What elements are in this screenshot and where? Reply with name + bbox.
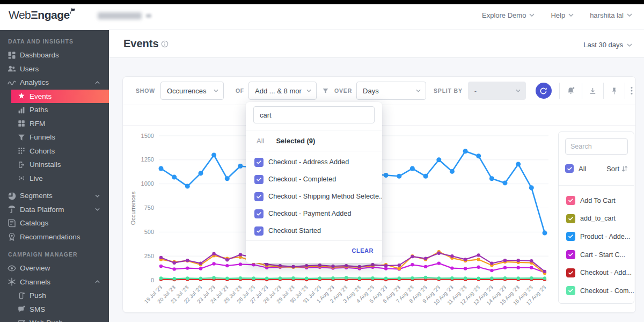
date-range-selector[interactable]: Last 30 days [583, 41, 632, 49]
sidebar-section-data-and-insights: DATA AND INSIGHTS [0, 30, 109, 48]
chevron-down-icon [214, 89, 218, 92]
series-checkbox[interactable] [566, 232, 575, 241]
sidebar-section-campaign-manager: CAMPAIGN MANAGER [0, 244, 109, 261]
sidebar-item-cohorts[interactable]: Cohorts [0, 144, 109, 158]
webengage-logo: WebΞngage [9, 9, 70, 21]
topbar: WebΞngage Explore DemoHelpharshita lal [0, 0, 644, 30]
info-icon[interactable] [161, 40, 169, 50]
event-select-dropdown: All Selected (9) Checkout - Address Adde… [246, 102, 382, 263]
page-header: Events Last 30 days [109, 30, 644, 58]
legend-item-cart-start-c[interactable]: Cart - Start C... [559, 246, 634, 264]
filter-icon[interactable] [322, 87, 329, 94]
sidebar-item-segments[interactable]: Segments [0, 189, 109, 203]
topnav-harshita-lal[interactable]: harshita lal [590, 11, 632, 19]
event-options: Checkout - Address AddedCheckout - Compl… [246, 153, 382, 239]
sidebar-item-overview[interactable]: Overview [0, 261, 109, 275]
sidebar-item-dashboards[interactable]: Dashboards [0, 48, 109, 62]
logo-flag-icon [69, 4, 77, 17]
users-icon [8, 64, 16, 73]
topnav-explore-demo[interactable]: Explore Demo [482, 11, 535, 19]
events-icon [18, 92, 25, 100]
checkbox-checked[interactable] [254, 226, 264, 236]
of-label: OF [236, 87, 244, 94]
checkbox-checked[interactable] [254, 158, 264, 167]
clear-button[interactable]: CLEAR [352, 247, 374, 254]
sidebar-item-data-platform[interactable]: Data Platform [0, 203, 109, 217]
project-selector-chevron [146, 14, 151, 18]
legend-item-product-adde[interactable]: Product - Adde... [559, 228, 634, 246]
checkbox-checked[interactable] [254, 209, 264, 218]
pin-icon[interactable] [610, 87, 618, 95]
chevron-down-icon [516, 89, 521, 92]
over-select[interactable]: Days [356, 82, 426, 100]
legend-search-input[interactable] [565, 138, 628, 155]
sidebar-item-catalogs[interactable]: Catalogs [0, 216, 109, 230]
show-label: SHOW [136, 87, 155, 94]
sidebar-item-recommendations[interactable]: Recommendations [0, 230, 109, 244]
legend-divider [559, 185, 634, 186]
chevron-down-icon [416, 89, 421, 92]
sidebar-item-rfm[interactable]: RFM [0, 117, 109, 131]
series-legend-panel: All Sort Add To Cartadd_to_cartProduct -… [558, 131, 634, 304]
events-select[interactable]: Add ... & 8 mor [248, 82, 317, 100]
push-icon [18, 292, 25, 299]
alerts-icon[interactable] [566, 86, 575, 96]
more-options-icon[interactable] [631, 86, 633, 95]
tab-all[interactable]: All [257, 137, 264, 145]
sidebar-item-analytics[interactable]: Analytics [0, 76, 109, 90]
rfm-icon [18, 120, 25, 127]
sidebar-item-web-push[interactable]: Web Push [0, 316, 109, 322]
event-option-checkout-payment-added[interactable]: Checkout - Payment Added [246, 205, 382, 222]
refresh-button[interactable] [536, 83, 552, 99]
dashboards-icon [8, 51, 16, 60]
checkbox-checked[interactable] [254, 175, 264, 184]
series-checkbox[interactable] [566, 196, 575, 205]
sms-icon [18, 305, 25, 313]
sidebar-item-funnels[interactable]: Funnels [0, 130, 109, 144]
channels-icon [8, 277, 16, 286]
tab-selected[interactable]: Selected (9) [276, 137, 315, 145]
sidebar-item-channels[interactable]: Channels [0, 275, 109, 289]
sidebar-item-events[interactable]: Events [11, 90, 109, 104]
chevron-down-icon [95, 208, 100, 211]
chevron-down-icon [529, 13, 535, 17]
event-option-checkout-completed[interactable]: Checkout - Completed [246, 171, 382, 188]
event-option-checkout-address-added[interactable]: Checkout - Address Added [246, 153, 382, 171]
legend-item-add-to-cart[interactable]: add_to_cart [559, 210, 634, 228]
catalogs-icon [8, 219, 16, 228]
series-checkbox[interactable] [566, 214, 575, 223]
project-selector-redacted[interactable] [98, 12, 142, 19]
legend-item-checkout-com[interactable]: Checkout - Com... [559, 282, 634, 300]
series-checkbox[interactable] [566, 286, 575, 295]
legend-sort-button[interactable]: Sort [606, 165, 628, 173]
data-platform-icon [8, 205, 16, 214]
sidebar-item-paths[interactable]: Paths [0, 103, 109, 117]
sidebar: DATA AND INSIGHTSDashboardsUsersAnalytic… [0, 30, 109, 322]
checkbox-checked[interactable] [254, 192, 264, 201]
recommendations-icon [8, 232, 16, 241]
event-option-checkout-shipping-method-selecte[interactable]: Checkout - Shipping Method Selecte... [246, 188, 382, 205]
analytics-icon [8, 78, 16, 87]
legend-item-checkout-add[interactable]: Checkout - Add... [559, 264, 634, 282]
download-icon[interactable] [589, 87, 597, 95]
series-checkbox[interactable] [566, 250, 575, 259]
chevron-down-icon [306, 89, 311, 92]
legend-item-add-to-cart[interactable]: Add To Cart [559, 192, 634, 210]
sidebar-item-sms[interactable]: SMS [0, 303, 109, 317]
chevron-down-icon [627, 43, 632, 47]
sidebar-item-push[interactable]: Push [0, 289, 109, 303]
series-checkbox[interactable] [566, 268, 575, 277]
legend-all-checkbox[interactable] [565, 164, 574, 173]
legend-all-label: All [579, 165, 586, 173]
sidebar-item-uninstalls[interactable]: Uninstalls [0, 158, 109, 172]
show-select[interactable]: Occurrences [160, 82, 224, 100]
sidebar-item-users[interactable]: Users [0, 62, 109, 76]
event-option-checkout-started[interactable]: Checkout Started [246, 222, 382, 239]
topnav-help[interactable]: Help [551, 11, 574, 19]
sidebar-item-live[interactable]: Live [0, 172, 109, 186]
chart-toolbar: SHOW Occurrences OF Add ... & 8 mor OVER… [123, 77, 635, 105]
over-label: OVER [334, 87, 352, 94]
live-icon [18, 174, 25, 182]
chevron-down-icon [95, 194, 100, 197]
event-search-input[interactable] [253, 106, 375, 123]
